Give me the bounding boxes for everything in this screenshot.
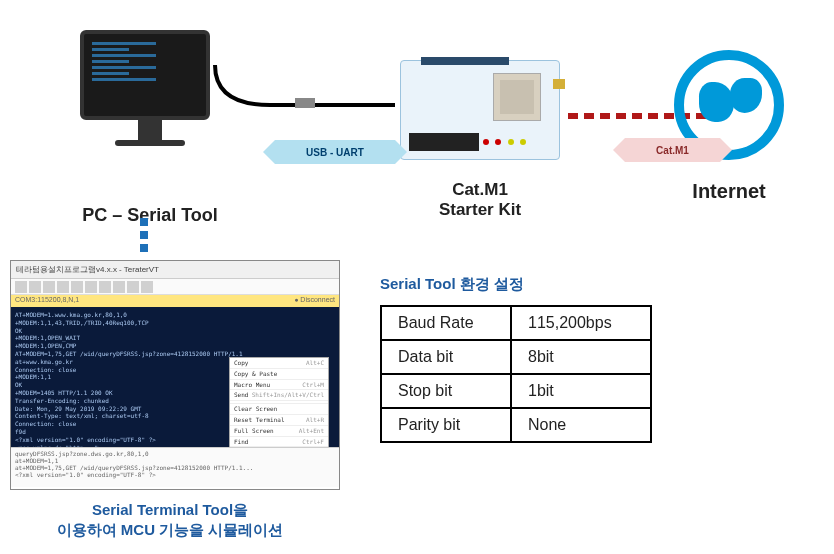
serial-terminal-window: 테라텀용설치프로그램v4.x.x - TeraterVT COM3:115200… — [10, 260, 340, 490]
table-row: Parity bitNone — [381, 408, 651, 442]
system-diagram: USB - UART Cat.M1 PC – Serial Tool Cat.M… — [0, 20, 834, 220]
vertical-dot-connector — [140, 218, 148, 257]
terminal-context-menu: CopyAlt+CCopy & PasteMacro MenuCtrl+MSen… — [229, 357, 329, 447]
terminal-input-area: queryDFSRSS.jsp?zone.dws.go.kr,80,1,0at+… — [11, 447, 339, 487]
pc-monitor-icon — [80, 30, 220, 146]
catm1-label: Cat.M1 — [656, 145, 689, 156]
kit-label: Cat.M1Starter Kit — [390, 180, 570, 221]
table-row: Data bit8bit — [381, 340, 651, 374]
terminal-status-bar: COM3:115200,8,N,1 ● Disconnect — [11, 295, 339, 307]
internet-label: Internet — [644, 180, 814, 203]
terminal-caption: Serial Terminal Tool을이용하여 MCU 기능을 시뮬레이션 — [10, 500, 330, 539]
terminal-output: AT+MODEM=1.www.kma.go.kr,80,1,0+MODEM:1,… — [11, 307, 339, 447]
usb-uart-arrow: USB - UART — [275, 140, 395, 164]
terminal-toolbar — [11, 279, 339, 295]
usb-connector-icon — [295, 98, 315, 108]
settings-table: Baud Rate115,200bps Data bit8bit Stop bi… — [380, 305, 652, 443]
pc-label: PC – Serial Tool — [50, 205, 250, 226]
terminal-titlebar: 테라텀용설치프로그램v4.x.x - TeraterVT — [11, 261, 339, 279]
usb-uart-label: USB - UART — [306, 147, 364, 158]
catm1-arrow: Cat.M1 — [625, 138, 720, 162]
settings-title: Serial Tool 환경 설정 — [380, 275, 524, 294]
table-row: Baud Rate115,200bps — [381, 306, 651, 340]
table-row: Stop bit1bit — [381, 374, 651, 408]
starter-kit-board-icon — [400, 60, 560, 160]
